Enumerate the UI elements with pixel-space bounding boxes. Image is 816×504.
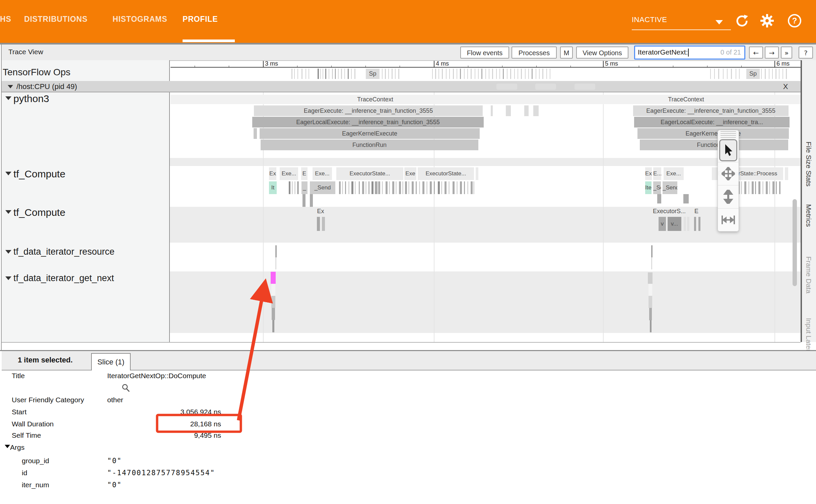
trace-tick[interactable] (435, 69, 436, 79)
track-label-tf-Compute[interactable]: tf_Compute (13, 207, 65, 218)
trace-tick[interactable] (649, 308, 652, 320)
trace-tick[interactable] (783, 69, 783, 79)
trace-slice[interactable]: EagerKernelExecute (637, 128, 789, 139)
trace-tick[interactable] (291, 69, 292, 79)
search-nav-button[interactable]: » (781, 47, 792, 59)
trace-tick[interactable] (727, 69, 728, 79)
trace-tick[interactable] (649, 284, 652, 296)
trace-slice[interactable]: v (659, 217, 666, 231)
trace-tick[interactable] (292, 181, 293, 194)
run-status-dropdown[interactable]: INACTIVE (632, 15, 731, 30)
trace-tick[interactable] (362, 181, 364, 194)
trace-tick[interactable] (518, 69, 518, 79)
trace-tick[interactable] (481, 69, 482, 79)
trace-tick[interactable] (317, 217, 320, 231)
tab-histograms[interactable]: HISTOGRAMS (113, 15, 167, 24)
trace-tick[interactable] (339, 181, 341, 194)
trace-tick[interactable] (325, 69, 326, 79)
trace-tick[interactable] (651, 257, 652, 269)
trace-tick[interactable] (371, 181, 373, 194)
trace-tick[interactable] (301, 69, 302, 79)
trace-slice[interactable]: EagerExecute: __inference_train_function… (633, 105, 789, 116)
trace-tick[interactable] (457, 181, 458, 194)
trace-tick[interactable] (765, 69, 766, 79)
trace-tick[interactable] (297, 181, 299, 194)
zoom-tool-button[interactable] (718, 185, 739, 208)
trace-tick[interactable] (395, 69, 396, 79)
trace-tick[interactable] (657, 194, 661, 203)
collapse-triangle-icon[interactable] (5, 250, 11, 254)
trace-tick[interactable] (416, 181, 417, 194)
trace-tick[interactable] (271, 296, 275, 308)
trace-tick[interactable] (385, 69, 386, 79)
trace-tick[interactable] (297, 69, 298, 79)
trace-tick[interactable] (412, 181, 414, 194)
trace-tick[interactable] (389, 181, 390, 194)
trace-tick[interactable] (499, 69, 500, 79)
trace-tick[interactable] (650, 320, 652, 332)
trace-tick[interactable] (309, 69, 309, 79)
trace-tick[interactable] (449, 181, 450, 194)
close-process-button[interactable]: X (780, 82, 791, 92)
trace-tick[interactable] (542, 69, 543, 79)
trace-tick[interactable] (329, 69, 329, 79)
trace-tick[interactable] (769, 69, 769, 79)
trace-tick[interactable] (475, 69, 475, 79)
trace-tick[interactable] (684, 217, 686, 231)
trace-tick[interactable] (489, 69, 489, 79)
trace-tick[interactable] (438, 181, 440, 194)
toolbar-button-m[interactable]: M (560, 47, 573, 59)
trace-tick[interactable] (524, 105, 529, 116)
trace-tick[interactable] (171, 95, 801, 104)
trace-slice[interactable]: _Send (310, 181, 335, 194)
trace-tick[interactable] (396, 181, 397, 194)
trace-slice[interactable]: FunctionRun (640, 140, 788, 150)
trace-tick[interactable] (521, 69, 522, 79)
magnifier-icon[interactable] (121, 383, 131, 394)
trace-slice[interactable]: _Se (653, 181, 661, 194)
trace-slice[interactable]: EagerLocalExecute: __inference_train_fun… (252, 117, 484, 128)
trace-tick[interactable] (533, 105, 539, 116)
search-input[interactable]: IteratorGetNext: 0 of 21 (634, 46, 745, 60)
trace-tick[interactable] (446, 69, 447, 79)
trace-tick[interactable] (345, 181, 346, 194)
trace-tick[interactable] (718, 69, 719, 79)
trace-tick[interactable] (741, 181, 742, 194)
trace-tick[interactable] (546, 69, 547, 79)
trace-tick[interactable] (476, 167, 478, 180)
trace-tick[interactable] (491, 105, 493, 116)
trace-tick[interactable] (525, 69, 526, 79)
trace-tick[interactable] (432, 69, 433, 79)
process-header[interactable]: /host:CPU (pid 49) X (2, 81, 801, 92)
trace-tick[interactable] (478, 69, 479, 79)
trace-tick[interactable] (441, 181, 442, 194)
collapse-triangle-icon[interactable] (5, 172, 11, 175)
trace-tick[interactable] (694, 217, 696, 231)
toolbar-button-flow-events[interactable]: Flow events (460, 47, 509, 59)
trace-tick[interactable] (453, 69, 454, 79)
trace-slice[interactable]: FunctionRun (261, 140, 478, 150)
trace-tick[interactable] (342, 181, 343, 194)
trace-slice[interactable]: Exe... (280, 167, 298, 180)
trace-tick[interactable] (422, 181, 424, 194)
trace-tick[interactable] (698, 217, 700, 231)
trace-tick[interactable] (755, 181, 756, 194)
trace-tick[interactable] (550, 69, 550, 79)
trace-tick[interactable] (766, 181, 768, 194)
trace-tick[interactable] (514, 69, 515, 79)
trace-tick[interactable] (335, 69, 336, 79)
trace-tick[interactable] (539, 69, 540, 79)
trace-tick[interactable] (503, 69, 504, 79)
trace-tick[interactable] (786, 69, 787, 79)
trace-tick[interactable] (355, 181, 356, 194)
trace-slice[interactable]: Exe... (313, 167, 332, 180)
trace-tick[interactable] (471, 181, 473, 194)
trace-tick[interactable] (744, 181, 746, 194)
trace-tick[interactable] (769, 181, 770, 194)
sidebar-item-metrics[interactable]: Metrics (805, 204, 813, 227)
trace-tick[interactable] (289, 181, 290, 194)
trace-tick[interactable] (457, 69, 457, 79)
pan-tool-button[interactable] (718, 162, 739, 185)
trace-tick[interactable] (449, 69, 450, 79)
vertical-scrollbar[interactable] (793, 199, 797, 286)
